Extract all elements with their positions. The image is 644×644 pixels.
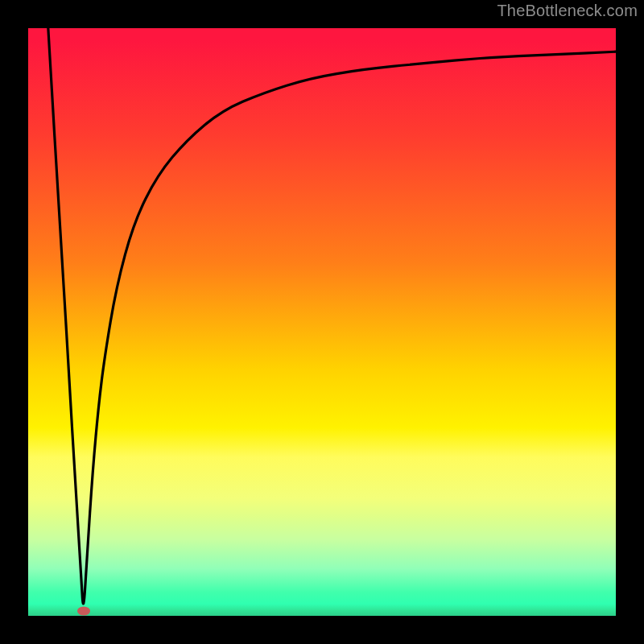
chart-frame: TheBottleneck.com [0, 0, 644, 644]
watermark-text: TheBottleneck.com [497, 2, 638, 20]
minimum-marker [77, 607, 90, 616]
bottleneck-curve [28, 28, 616, 616]
chart-plot-area [28, 28, 616, 616]
